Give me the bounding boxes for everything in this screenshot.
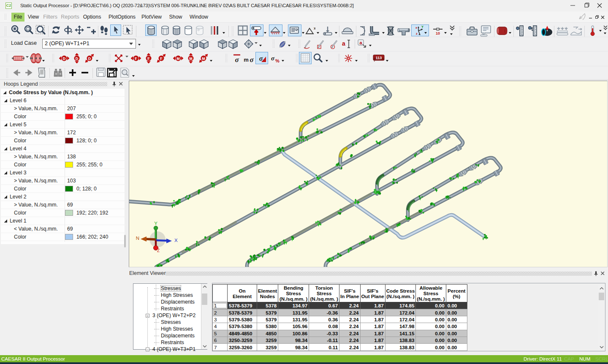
svg-text:Y: Y [421, 25, 423, 29]
svg-text:σ: σ [271, 55, 275, 62]
svg-text:D: D [76, 57, 79, 61]
svg-text:M: M [202, 57, 205, 61]
svg-text:σ: σ [235, 56, 239, 63]
svg-text:10: 10 [436, 31, 440, 35]
svg-text:F: F [135, 57, 137, 61]
svg-text:F: F [147, 57, 150, 61]
svg-text:Y: Y [154, 221, 157, 226]
svg-text:M: M [189, 57, 193, 61]
svg-text:m: m [244, 57, 249, 63]
svg-text:F: F [160, 57, 163, 61]
svg-text:z: z [416, 32, 418, 35]
svg-text:a: a [359, 40, 362, 45]
svg-text:%: % [275, 58, 280, 63]
svg-text:N: N [136, 236, 139, 241]
svg-text:113: 113 [376, 56, 382, 60]
svg-text:D: D [88, 57, 91, 61]
svg-text:X: X [174, 238, 178, 243]
svg-text:x: x [415, 26, 418, 30]
svg-text:x: x [314, 26, 315, 30]
svg-text:Z: Z [157, 248, 160, 253]
svg-text:D: D [63, 57, 66, 61]
svg-text:σ: σ [250, 56, 254, 63]
svg-text:M: M [176, 57, 180, 61]
